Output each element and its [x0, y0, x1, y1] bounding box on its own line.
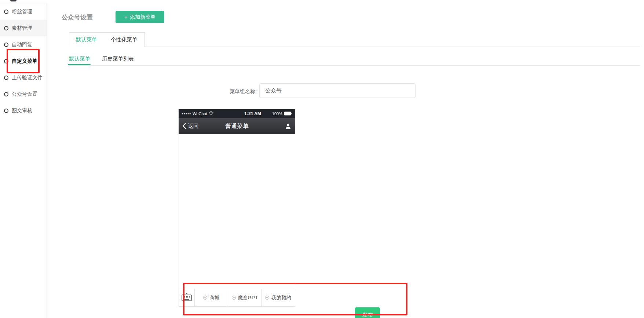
sidebar-item-label: 自动回复 [12, 41, 32, 48]
battery-percent: 100% [272, 112, 282, 116]
circle-icon [4, 26, 8, 30]
sidebar-item-label: 图文审核 [12, 107, 32, 114]
sidebar: 粉丝管理 素材管理 自动回复 自定义菜单 上传验证文件 公众号设置 图文审核 [0, 3, 47, 318]
phone-screen-body [179, 134, 295, 289]
sidebar-item-article-review[interactable]: 图文审核 [0, 102, 47, 119]
page-title: 公众号设置 [62, 13, 93, 22]
keyboard-icon [182, 293, 192, 303]
circled-minus-icon [203, 296, 207, 300]
battery-icon [284, 112, 292, 116]
subtabs-bottom-border [69, 65, 640, 66]
sidebar-item-material[interactable]: 素材管理 [0, 20, 47, 36]
back-label: 返回 [188, 123, 199, 130]
chevron-left-icon [182, 123, 186, 130]
circled-minus-icon [265, 296, 269, 300]
phone-menu-item-mohe-gpt[interactable]: 魔盒GPT [228, 289, 261, 306]
phone-menu-bar: 商城 魔盒GPT 我的预约 [179, 289, 295, 307]
sidebar-item-upload-verify-file[interactable]: 上传验证文件 [0, 69, 47, 86]
circle-icon [4, 59, 8, 63]
wifi-icon [209, 112, 213, 116]
carrier-label: WeChat [193, 112, 207, 116]
phone-menu-item-label: 魔盒GPT [238, 295, 258, 301]
keyboard-toggle-cell[interactable] [179, 289, 195, 306]
phone-menu-item-label: 我的预约 [271, 295, 291, 301]
circle-icon [4, 76, 8, 80]
sidebar-item-label: 自定义菜单 [12, 58, 37, 65]
circle-icon [4, 10, 8, 14]
phone-menu-item-shop[interactable]: 商城 [195, 289, 228, 306]
window-edge-fragment [10, 0, 17, 1]
phone-back-button: 返回 [182, 123, 199, 130]
person-icon [285, 123, 292, 130]
phone-status-bar: ●●●●● WeChat 1:21 AM 100% [179, 109, 295, 118]
phone-menu-item-label: 商城 [209, 295, 219, 301]
sidebar-item-label: 粉丝管理 [12, 8, 32, 15]
add-new-menu-button[interactable]: + 添加新菜单 [116, 11, 164, 23]
menu-group-name-input[interactable] [259, 83, 416, 98]
phone-menu-item-my-reservation[interactable]: 我的预约 [262, 289, 295, 306]
sidebar-item-label: 公众号设置 [12, 91, 37, 98]
subtab-default-menu[interactable]: 默认菜单 [69, 55, 90, 62]
status-time: 1:21 AM [244, 111, 261, 116]
sidebar-item-label: 上传验证文件 [12, 74, 43, 81]
plus-icon: + [124, 14, 128, 20]
sidebar-item-fans[interactable]: 粉丝管理 [0, 3, 47, 20]
circle-icon [4, 92, 8, 96]
circled-minus-icon [232, 296, 236, 300]
publish-button[interactable]: 发布 [355, 307, 380, 318]
tab-default-menu[interactable]: 默认菜单 [69, 32, 104, 47]
sidebar-item-custom-menu[interactable]: 自定义菜单 [0, 53, 47, 69]
signal-dots-icon: ●●●●● [182, 112, 191, 115]
circle-icon [4, 43, 8, 47]
phone-preview: ●●●●● WeChat 1:21 AM 100% [179, 109, 295, 307]
tabs-bottom-border [69, 47, 640, 47]
menu-group-name-label: 菜单组名称: [198, 88, 257, 95]
tab-personalized-menu[interactable]: 个性化菜单 [103, 32, 145, 47]
sidebar-item-account-settings[interactable]: 公众号设置 [0, 86, 47, 102]
add-new-menu-label: 添加新菜单 [130, 14, 155, 21]
sidebar-item-label: 素材管理 [12, 25, 32, 32]
subtab-history-menu-list[interactable]: 历史菜单列表 [102, 55, 134, 62]
phone-nav-bar: 返回 普通菜单 [179, 118, 295, 134]
circle-icon [4, 109, 8, 113]
sidebar-item-auto-reply[interactable]: 自动回复 [0, 36, 47, 53]
